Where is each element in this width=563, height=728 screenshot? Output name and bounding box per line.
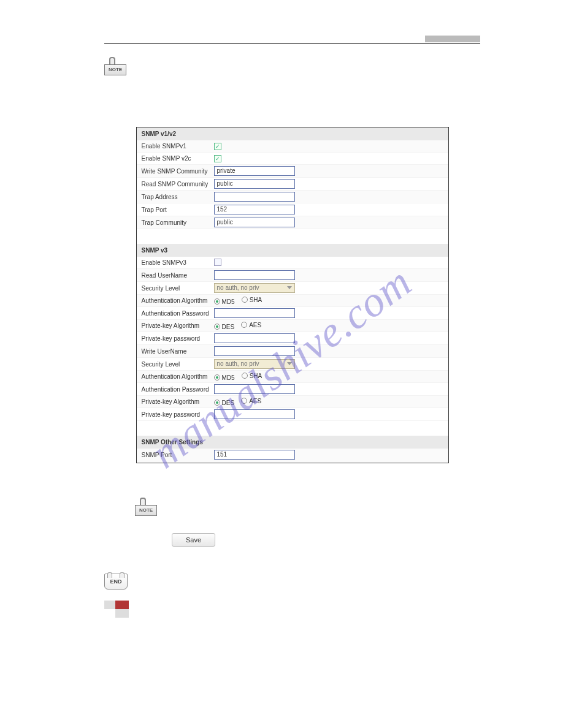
end-icon: END — [104, 574, 128, 590]
radio-sha-write[interactable]: SHA — [242, 373, 262, 379]
input-read-username[interactable] — [214, 270, 295, 280]
note-icon: NOTE — [104, 59, 126, 77]
save-button[interactable]: Save — [172, 533, 215, 547]
label-pk-pw-write: Private-key password — [142, 411, 214, 418]
label-auth-algo-read: Authentication Algorithm — [142, 297, 214, 304]
label-security-level-write: Security Level — [142, 361, 214, 368]
label-write-username: Write UserName — [142, 348, 214, 355]
row-pk-algo-write: Private-key Algorithm DES AES — [137, 396, 448, 408]
row-pk-algo-read: Private-key Algorithm DES AES — [137, 320, 448, 332]
radio-des-write[interactable]: DES — [214, 400, 235, 406]
chevron-down-icon — [287, 362, 292, 365]
header-rule — [104, 43, 480, 44]
radio-aes-write[interactable]: AES — [241, 398, 261, 404]
input-snmp-port[interactable]: 151 — [214, 450, 295, 460]
checkbox-enable-snmpv1[interactable]: ✓ — [214, 143, 221, 150]
select-security-level-write-value: no auth, no priv — [217, 360, 259, 367]
row-trap-address: Trap Address — [137, 191, 448, 203]
input-trap-community[interactable]: public — [214, 218, 295, 227]
row-read-username: Read UserName — [137, 269, 448, 282]
label-pk-algo-read: Private-key Algorithm — [142, 322, 214, 329]
chevron-down-icon — [287, 286, 292, 289]
row-enable-snmpv3: Enable SNMPv3 — [137, 257, 448, 269]
checkbox-enable-snmpv2c[interactable]: ✓ — [214, 155, 221, 162]
row-auth-pw-write: Authentication Password — [137, 383, 448, 396]
label-read-community: Read SNMP Community — [142, 181, 214, 188]
section-snmp-v1v2: SNMP v1/v2 — [137, 127, 448, 140]
end-icon-label: END — [110, 578, 121, 585]
input-auth-pw-read[interactable] — [214, 308, 295, 318]
snmp-config-panel: SNMP v1/v2 Enable SNMPv1 ✓ Enable SNMP v… — [136, 127, 449, 463]
label-auth-algo-write: Authentication Algorithm — [142, 373, 214, 380]
row-enable-snmpv2c: Enable SNMP v2c ✓ — [137, 153, 448, 165]
select-security-level-read-value: no auth, no priv — [217, 284, 259, 291]
note-icon-label: NOTE — [135, 505, 157, 516]
section-snmp-other: SNMP Other Settings — [137, 436, 448, 449]
row-auth-pw-read: Authentication Password — [137, 307, 448, 320]
row-write-username: Write UserName — [137, 345, 448, 358]
label-read-username: Read UserName — [142, 272, 214, 279]
select-security-level-read[interactable]: no auth, no priv — [214, 283, 295, 293]
section-snmp-v3: SNMP v3 — [137, 244, 448, 257]
input-trap-address[interactable] — [214, 192, 295, 202]
row-trap-community: Trap Community public — [137, 216, 448, 229]
row-pk-pw-write: Private-key password — [137, 408, 448, 421]
label-trap-community: Trap Community — [142, 219, 214, 226]
note-icon-label: NOTE — [104, 64, 126, 75]
input-trap-port[interactable]: 152 — [214, 205, 295, 214]
input-auth-pw-write[interactable] — [214, 384, 295, 394]
label-auth-pw-write: Authentication Password — [142, 386, 214, 393]
header-grey-bar — [425, 36, 480, 42]
radio-md5-read[interactable]: MD5 — [214, 298, 235, 305]
input-pk-pw-read[interactable] — [214, 333, 295, 343]
row-security-level-read: Security Level no auth, no priv — [137, 282, 448, 295]
input-read-community[interactable]: public — [214, 179, 295, 189]
note-icon: NOTE — [135, 500, 157, 517]
radio-md5-write[interactable]: MD5 — [214, 374, 235, 381]
label-pk-pw-read: Private-key password — [142, 335, 214, 342]
label-security-level-read: Security Level — [142, 285, 214, 292]
label-enable-snmpv2c: Enable SNMP v2c — [142, 155, 214, 162]
row-security-level-write: Security Level no auth, no priv — [137, 358, 448, 371]
radio-des-read[interactable]: DES — [214, 324, 235, 330]
page-indicator — [104, 601, 480, 618]
label-auth-pw-read: Authentication Password — [142, 310, 214, 317]
row-snmp-port: SNMP Port 151 — [137, 449, 448, 461]
row-read-community: Read SNMP Community public — [137, 178, 448, 191]
input-pk-pw-write[interactable] — [214, 409, 295, 419]
label-write-community: Write SNMP Community — [142, 168, 214, 175]
checkbox-enable-snmpv3[interactable] — [214, 259, 221, 266]
row-pk-pw-read: Private-key password — [137, 332, 448, 345]
select-security-level-write[interactable]: no auth, no priv — [214, 359, 295, 369]
row-auth-algo-read: Authentication Algorithm MD5 SHA — [137, 295, 448, 307]
row-enable-snmpv1: Enable SNMPv1 ✓ — [137, 140, 448, 153]
label-enable-snmpv1: Enable SNMPv1 — [142, 143, 214, 150]
label-trap-address: Trap Address — [142, 194, 214, 200]
label-snmp-port: SNMP Port — [142, 452, 214, 458]
input-write-username[interactable] — [214, 346, 295, 356]
row-trap-port: Trap Port 152 — [137, 203, 448, 216]
label-pk-algo-write: Private-key Algorithm — [142, 398, 214, 405]
row-write-community: Write SNMP Community private — [137, 165, 448, 178]
label-enable-snmpv3: Enable SNMPv3 — [142, 259, 214, 266]
radio-sha-read[interactable]: SHA — [242, 297, 262, 303]
input-write-community[interactable]: private — [214, 166, 295, 176]
radio-aes-read[interactable]: AES — [241, 322, 261, 328]
row-auth-algo-write: Authentication Algorithm MD5 SHA — [137, 371, 448, 383]
label-trap-port: Trap Port — [142, 207, 214, 213]
